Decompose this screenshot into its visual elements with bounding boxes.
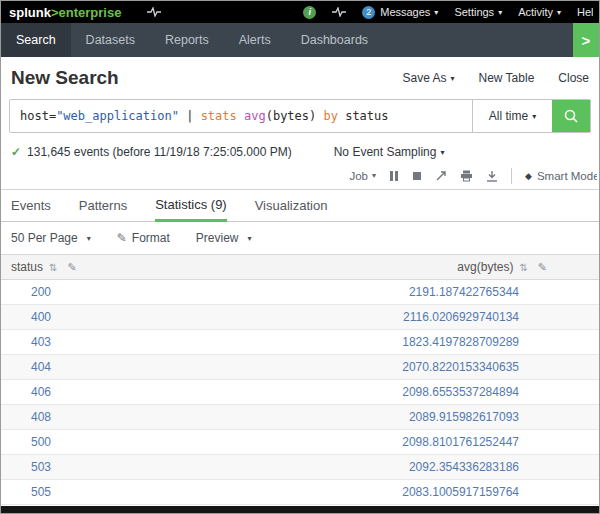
caret-down-icon: ▾ [498,8,502,17]
avg-bytes-cell[interactable]: 1823.4197828709289 [167,330,599,355]
table-row: 2002191.187422765344 [1,280,599,305]
sort-icon[interactable]: ⇅ [49,262,57,273]
status-cell[interactable]: 406 [1,380,167,405]
search-query-input[interactable]: host="web_application" | stats avg(bytes… [10,100,472,132]
print-icon[interactable] [460,170,473,182]
help-label: Help [577,6,593,18]
settings-label: Settings [454,6,494,18]
query-segment: avg [244,109,266,123]
caret-down-icon: ▾ [87,234,91,243]
avg-bytes-cell[interactable]: 2098.6553537284894 [167,380,599,405]
settings-menu[interactable]: Settings ▾ [454,6,502,18]
result-tab-visualization[interactable]: Visualization [255,190,328,221]
status-cell[interactable]: 503 [1,455,167,480]
query-segment: | [179,109,201,123]
avg-bytes-cell[interactable]: 2092.354336283186 [167,455,599,480]
job-controls-row: Job ▾ ◆ Smart Mode [1,162,599,190]
search-button[interactable] [552,100,590,132]
page-header: New Search Save As ▾ New Table Close [1,57,599,99]
appbar-tab-dashboards[interactable]: Dashboards [286,23,383,57]
help-menu[interactable]: Help [577,6,593,18]
splunk-logo[interactable]: splunk>enterprise [9,5,121,20]
activity-pulse-icon[interactable] [332,7,346,17]
per-page-selector[interactable]: 50 Per Page ▾ [11,231,91,245]
table-row: 5032092.354336283186 [1,455,599,480]
avg-bytes-cell[interactable]: 2098.8101761252447 [167,430,599,455]
activity-menu[interactable]: Activity ▾ [518,6,561,18]
table-header-row: status ⇅ ✎ avg(bytes) ⇅ ✎ [1,255,599,280]
avg-bytes-cell[interactable]: 2089.915982617093 [167,405,599,430]
avg-bytes-cell[interactable]: 2083.1005917159764 [167,480,599,505]
table-toolbar: 50 Per Page ▾ ✎ Format Preview ▾ [1,222,599,254]
query-segment: "web_application" [56,109,179,123]
avg-bytes-cell[interactable]: 2070.8220153340635 [167,355,599,380]
appbar-tabs: SearchDatasetsReportsAlertsDashboards [1,23,383,57]
new-table-button[interactable]: New Table [479,71,535,85]
caret-down-icon: ▾ [248,234,252,243]
appbar-tab-search[interactable]: Search [1,23,71,57]
splunk-app-button[interactable]: > [573,23,599,57]
logo-enterprise-text: enterprise [59,5,122,20]
caret-down-icon: ▾ [440,148,444,157]
job-label: Job [349,170,368,182]
appbar-tab-alerts[interactable]: Alerts [224,23,286,57]
status-cell[interactable]: 505 [1,480,167,505]
avg-bytes-cell[interactable]: 2191.187422765344 [167,280,599,305]
per-page-label: 50 Per Page [11,231,78,245]
pencil-icon: ✎ [117,231,127,245]
status-cell[interactable]: 500 [1,430,167,455]
messages-menu[interactable]: 2 Messages ▾ [362,6,438,19]
export-icon[interactable] [486,170,498,182]
splunk-window: splunk>enterprise i 2 Messages ▾ Setting… [0,0,600,514]
caret-down-icon: ▾ [434,8,438,17]
close-button[interactable]: Close [558,71,589,85]
share-icon[interactable] [435,170,447,182]
save-as-button[interactable]: Save As ▾ [402,71,454,85]
event-sampling-menu[interactable]: No Event Sampling ▾ [334,145,445,159]
topbar-menus: i 2 Messages ▾ Settings ▾ Activity ▾ Hel… [303,6,599,19]
appbar-tab-datasets[interactable]: Datasets [71,23,150,57]
preview-label: Preview [196,231,239,245]
result-tab-patterns[interactable]: Patterns [79,190,127,221]
edit-column-icon[interactable]: ✎ [538,261,547,274]
table-row: 4002116.0206929740134 [1,305,599,330]
edit-column-icon[interactable]: ✎ [67,261,76,274]
magnifier-icon [563,108,579,124]
stop-icon[interactable] [412,171,422,181]
format-button[interactable]: ✎ Format [117,231,170,245]
table-row: 5052083.1005917159764 [1,480,599,505]
query-segment: by [323,109,337,123]
search-mode-selector[interactable]: ◆ Smart Mode [525,170,597,182]
info-icon[interactable]: i [303,6,316,19]
result-tab-events[interactable]: Events [11,190,51,221]
check-icon: ✓ [11,145,21,159]
save-as-label: Save As [402,71,446,85]
status-column-header[interactable]: status [11,260,43,274]
status-cell[interactable]: 408 [1,405,167,430]
result-tabs: EventsPatternsStatistics (9)Visualizatio… [1,190,599,222]
avg-bytes-column-header[interactable]: avg(bytes) [457,260,513,274]
time-range-label: All time [489,109,528,123]
result-tab-statistics[interactable]: Statistics (9) [155,190,227,222]
status-cell[interactable]: 404 [1,355,167,380]
preview-selector[interactable]: Preview ▾ [196,231,252,245]
app-nav-bar: SearchDatasetsReportsAlertsDashboards > [1,23,599,57]
page-title: New Search [11,67,119,89]
job-menu[interactable]: Job ▾ [349,170,376,182]
format-label: Format [132,231,170,245]
divider [511,168,512,184]
statistics-table: status ⇅ ✎ avg(bytes) ⇅ ✎ 2002191.187422… [1,254,599,505]
smart-mode-label: Smart Mode [537,170,597,182]
caret-down-icon: ▾ [532,112,536,121]
time-range-picker[interactable]: All time ▾ [472,100,552,132]
appbar-tab-reports[interactable]: Reports [150,23,224,57]
query-segment: host= [20,109,56,123]
status-cell[interactable]: 403 [1,330,167,355]
smart-mode-icon: ◆ [525,171,532,181]
avg-bytes-cell[interactable]: 2116.0206929740134 [167,305,599,330]
pause-icon[interactable] [389,170,399,182]
search-bar: host="web_application" | stats avg(bytes… [9,99,591,133]
status-cell[interactable]: 400 [1,305,167,330]
status-cell[interactable]: 200 [1,280,167,305]
sort-icon[interactable]: ⇅ [519,262,527,273]
